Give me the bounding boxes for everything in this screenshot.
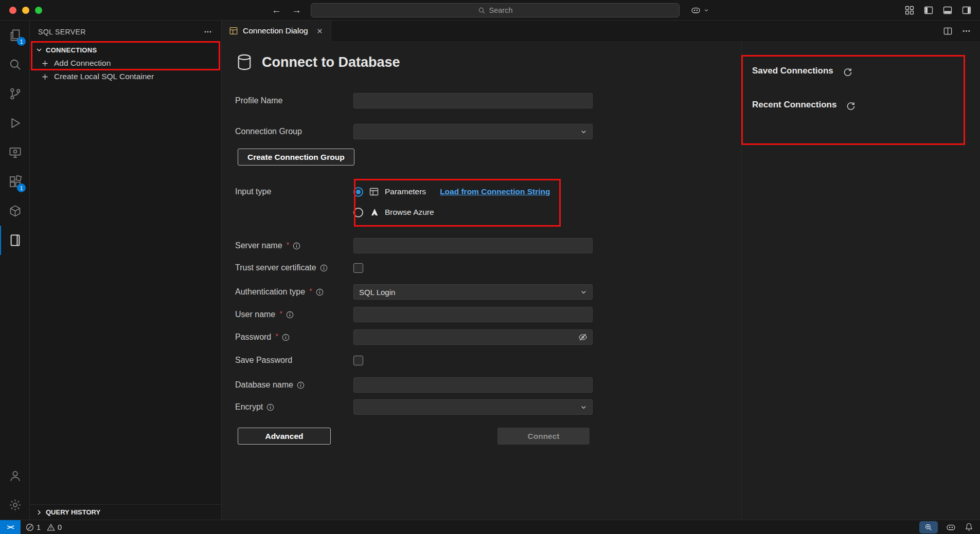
- tab-label: Connection Dialog: [243, 26, 308, 35]
- info-icon[interactable]: [293, 242, 300, 250]
- refresh-recent-connections-icon[interactable]: [846, 100, 856, 110]
- database-icon: [235, 52, 254, 72]
- advanced-button[interactable]: Advanced: [238, 428, 331, 445]
- notifications-bell-icon[interactable]: [964, 522, 974, 532]
- authentication-type-select[interactable]: SQL Login: [353, 284, 593, 300]
- error-icon: [26, 523, 34, 531]
- zoom-in-icon: [924, 523, 933, 531]
- tab-connection-dialog[interactable]: Connection Dialog: [222, 21, 331, 41]
- copilot-status-icon[interactable]: [946, 522, 956, 532]
- trust-server-certificate-checkbox[interactable]: [353, 263, 363, 273]
- connect-button[interactable]: Connect: [497, 428, 590, 445]
- refresh-saved-connections-icon[interactable]: [843, 66, 852, 76]
- back-button[interactable]: ←: [272, 4, 281, 16]
- plus-icon: [41, 60, 49, 67]
- forward-button[interactable]: →: [292, 4, 301, 16]
- warning-icon: [47, 523, 55, 531]
- database-name-label: Database name: [235, 380, 293, 390]
- window-controls: [9, 7, 42, 14]
- input-type-label: Input type: [235, 187, 271, 196]
- save-password-checkbox[interactable]: [353, 356, 363, 365]
- info-icon[interactable]: [316, 288, 324, 296]
- toggle-panel-icon[interactable]: [942, 5, 953, 15]
- remote-indicator[interactable]: ><: [0, 520, 21, 534]
- close-tab-icon[interactable]: [316, 27, 324, 35]
- user-name-input[interactable]: [353, 307, 593, 322]
- server-name-input[interactable]: [353, 238, 593, 253]
- split-editor-icon[interactable]: [943, 26, 953, 36]
- user-name-label: User name: [235, 310, 275, 319]
- zoom-control-button[interactable]: [919, 521, 938, 533]
- problems-indicator[interactable]: 1 0: [26, 523, 65, 531]
- source-control-icon: [8, 87, 22, 101]
- accounts-activity-button[interactable]: [0, 461, 29, 490]
- copilot-menu-button[interactable]: [690, 5, 709, 15]
- minimize-window-button[interactable]: [22, 7, 29, 14]
- database-name-input[interactable]: [353, 377, 593, 393]
- search-icon: [478, 7, 486, 14]
- browse-azure-radio[interactable]: [353, 208, 363, 217]
- connection-group-select[interactable]: [353, 124, 593, 139]
- authentication-type-label: Authentication type: [235, 287, 305, 297]
- saved-connections-label: Saved Connections: [752, 66, 833, 76]
- search-placeholder: Search: [489, 6, 513, 14]
- gear-icon: [8, 498, 22, 512]
- info-icon[interactable]: [297, 381, 305, 389]
- tab-bar: Connection Dialog: [222, 21, 980, 41]
- settings-activity-button[interactable]: [0, 490, 29, 520]
- connections-section-header[interactable]: CONNECTIONS: [30, 43, 221, 57]
- create-connection-group-button[interactable]: Create Connection Group: [238, 149, 354, 165]
- containers-activity-button[interactable]: [0, 196, 29, 226]
- info-icon[interactable]: [282, 334, 290, 341]
- activity-bar: 1: [0, 21, 30, 520]
- server-name-label: Server name: [235, 241, 282, 250]
- info-icon[interactable]: [286, 311, 294, 319]
- account-icon: [8, 469, 22, 483]
- workbench: 1: [0, 21, 980, 520]
- warning-count: 0: [58, 523, 62, 531]
- parameters-radio[interactable]: [353, 187, 363, 197]
- toggle-secondary-sidebar-icon[interactable]: [961, 5, 972, 15]
- remote-explorer-activity-button[interactable]: [0, 138, 29, 167]
- customize-layout-icon[interactable]: [904, 5, 915, 15]
- parameters-icon: [369, 187, 379, 197]
- chevron-down-icon: [35, 46, 43, 54]
- authentication-type-value: SQL Login: [359, 288, 395, 297]
- sidebar-title: SQL SERVER: [38, 28, 86, 36]
- activity-bar-spacer: [0, 255, 29, 461]
- editor-more-actions-icon[interactable]: [962, 27, 971, 35]
- save-password-label: Save Password: [235, 356, 292, 365]
- sidebar-more-actions-icon[interactable]: [204, 28, 212, 36]
- title-bar: ← → Search: [0, 0, 980, 21]
- query-history-section-header[interactable]: QUERY HISTORY: [30, 504, 221, 520]
- toggle-password-visibility-icon[interactable]: [578, 332, 588, 342]
- required-marker: *: [309, 286, 312, 295]
- info-icon[interactable]: [320, 264, 328, 272]
- load-from-connection-string-link[interactable]: Load from Connection String: [440, 187, 550, 196]
- info-icon[interactable]: [266, 403, 274, 411]
- connection-dialog-icon: [229, 26, 238, 35]
- profile-name-input[interactable]: [353, 93, 593, 108]
- sql-server-activity-button[interactable]: [0, 226, 29, 255]
- explorer-badge: 1: [17, 37, 26, 46]
- toggle-primary-sidebar-icon[interactable]: [923, 5, 934, 15]
- connection-dialog: Connect to Database Profile Name Connect…: [222, 41, 980, 520]
- required-marker: *: [287, 240, 290, 249]
- trust-server-certificate-label: Trust server certificate: [235, 263, 316, 272]
- sidebar-item-create-local-sql-container[interactable]: Create Local SQL Container: [30, 70, 221, 83]
- maximize-window-button[interactable]: [35, 7, 42, 14]
- password-input[interactable]: [353, 329, 593, 345]
- explorer-activity-button[interactable]: 1: [0, 21, 29, 50]
- run-debug-activity-button[interactable]: [0, 108, 29, 138]
- command-center-search[interactable]: Search: [311, 3, 680, 17]
- recent-connections-label: Recent Connections: [752, 100, 836, 110]
- password-label: Password: [235, 333, 271, 342]
- status-bar: >< 1 0: [0, 520, 980, 534]
- search-activity-button[interactable]: [0, 50, 29, 79]
- close-window-button[interactable]: [9, 7, 16, 14]
- extensions-activity-button[interactable]: 1: [0, 167, 29, 196]
- sidebar-item-add-connection[interactable]: Add Connection: [30, 57, 221, 70]
- encrypt-select[interactable]: [353, 399, 593, 415]
- source-control-activity-button[interactable]: [0, 79, 29, 108]
- chevron-down-icon: [580, 128, 587, 136]
